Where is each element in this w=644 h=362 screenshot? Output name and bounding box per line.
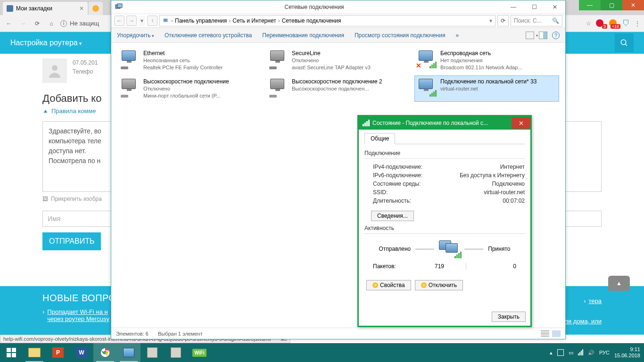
breadcrumb[interactable]: › Панель управления › Сеть и Интернет › … bbox=[159, 15, 495, 26]
site-header-title[interactable]: Настройка роутера bbox=[10, 39, 82, 47]
crumb-dropdown-icon[interactable]: ▾ bbox=[489, 17, 492, 24]
svg-rect-4 bbox=[117, 4, 122, 8]
nav-history-dropdown[interactable]: ▾ bbox=[139, 16, 145, 26]
connection-wireless[interactable]: ✕ Беспроводная сеть Нет подключения Broa… bbox=[415, 48, 559, 73]
site-search-button[interactable] bbox=[615, 33, 634, 52]
view-icons-icon[interactable] bbox=[552, 330, 561, 337]
connection-ethernet[interactable]: Ethernet Неопознанная сеть Realtek PCIe … bbox=[118, 48, 262, 73]
disable-device-button[interactable]: Отключение сетевого устройства bbox=[165, 32, 252, 39]
browser-tab-active[interactable]: Мои закладки ✕ bbox=[3, 2, 88, 15]
crumb-3[interactable]: Сетевые подключения bbox=[282, 17, 341, 24]
browser-back-button[interactable]: ← bbox=[4, 18, 14, 29]
preview-pane-button[interactable] bbox=[539, 32, 547, 39]
taskbar-powerpoint[interactable]: P bbox=[46, 343, 70, 362]
submit-button[interactable]: ОТПРАВИТЬ bbox=[42, 232, 101, 250]
wifi-icon bbox=[417, 78, 437, 98]
packets-label: Пакетов: bbox=[373, 263, 420, 270]
taskbar-app-1[interactable] bbox=[140, 343, 164, 362]
tray-clock[interactable]: 9:11 15.06.2018 bbox=[614, 346, 640, 359]
organize-menu[interactable]: Упорядочить bbox=[117, 32, 154, 39]
taskbar-app-2[interactable] bbox=[164, 343, 188, 362]
tab-close-icon[interactable]: ✕ bbox=[79, 5, 84, 12]
tray-battery-icon[interactable]: ▭ bbox=[569, 350, 573, 356]
packets-received-value: 0 bbox=[469, 263, 516, 270]
nav-up-button[interactable]: ↑ bbox=[147, 16, 157, 26]
lan-disabled-icon bbox=[268, 49, 288, 69]
site-info-icon[interactable]: i bbox=[60, 20, 67, 27]
user-avatar bbox=[42, 58, 67, 83]
status-selection: Выбран 1 элемент bbox=[158, 331, 203, 337]
dialog-title: Состояние - Подключение по локальной с..… bbox=[372, 120, 488, 126]
crumb-2[interactable]: Сеть и Интернет bbox=[232, 17, 276, 24]
taskbar: P W WiFi ▴ ▭ 🔊 РУС 9:11 15.06.2018 bbox=[0, 343, 644, 362]
tray-network-icon[interactable] bbox=[578, 349, 583, 356]
background-window-controls: — ▢ ✕ bbox=[579, 0, 644, 10]
dialog-titlebar[interactable]: Состояние - Подключение по локальной с..… bbox=[359, 116, 530, 130]
taskbar-explorer[interactable] bbox=[23, 343, 46, 362]
helpwifi-icon bbox=[92, 5, 99, 12]
explorer-search-input[interactable]: Поиск: С... 🔍 bbox=[511, 15, 562, 26]
nav-refresh-button[interactable]: ⟳ bbox=[497, 15, 509, 26]
taskbar-wifi-app[interactable]: WiFi bbox=[188, 343, 211, 362]
svg-line-1 bbox=[625, 44, 627, 46]
search-icon: 🔍 bbox=[552, 17, 559, 24]
window-minimize-button[interactable]: — bbox=[503, 2, 524, 12]
tab-title: Мои закладки bbox=[16, 5, 52, 12]
extension-2[interactable]: +16 bbox=[609, 19, 618, 28]
connection-broadband-2[interactable]: Высокоскоростное подключение 2 Высокоско… bbox=[266, 76, 410, 101]
browser-menu-icon[interactable]: ⋮ bbox=[635, 20, 640, 27]
svg-point-0 bbox=[621, 40, 626, 45]
bg-minimize-button[interactable]: — bbox=[579, 0, 601, 10]
window-title: Сетевые подключения bbox=[125, 4, 503, 10]
sent-label: Отправлено bbox=[379, 246, 411, 252]
disconnect-button[interactable]: Отключить bbox=[415, 280, 463, 290]
taskbar-control-panel[interactable] bbox=[117, 343, 140, 362]
crumb-1[interactable]: Панель управления bbox=[175, 17, 227, 24]
connection-secureline[interactable]: SecureLine Отключено avast! SecureLine T… bbox=[266, 48, 410, 73]
details-button[interactable]: Сведения... bbox=[371, 211, 414, 221]
view-options-button[interactable]: ▾ bbox=[526, 32, 534, 39]
bg-close-button[interactable]: ✕ bbox=[622, 0, 644, 10]
taskbar-chrome[interactable] bbox=[93, 343, 117, 362]
properties-button[interactable]: Свойства bbox=[366, 280, 411, 290]
window-titlebar[interactable]: Сетевые подключения — ☐ ✕ bbox=[111, 0, 565, 14]
nav-back-button[interactable]: ← bbox=[114, 16, 124, 26]
taskbar-word[interactable]: W bbox=[70, 343, 93, 362]
browser-forward-button[interactable]: → bbox=[18, 18, 28, 29]
tray-language[interactable]: РУС bbox=[599, 350, 610, 355]
view-details-icon[interactable] bbox=[541, 330, 549, 337]
scroll-to-top-button[interactable]: ▲ bbox=[608, 276, 630, 291]
close-button[interactable]: Закрыть bbox=[492, 312, 526, 322]
connection-broadband-1[interactable]: Высокоскоростное подключение Отключено М… bbox=[118, 76, 262, 101]
dialog-close-button[interactable]: ✕ bbox=[512, 117, 530, 129]
packets-sent-value: 719 bbox=[420, 263, 463, 270]
tab-general[interactable]: Общие bbox=[364, 133, 395, 144]
extension-3-icon[interactable]: ⛉ bbox=[622, 19, 630, 28]
comment-date: 07.05.201 bbox=[73, 58, 98, 67]
help-button[interactable]: ? bbox=[552, 32, 560, 39]
tray-overflow-icon[interactable]: ▴ bbox=[550, 350, 553, 356]
bookmark-star-icon[interactable]: ☆ bbox=[586, 20, 591, 27]
activity-computer-icon bbox=[439, 240, 460, 257]
nav-forward-button[interactable]: → bbox=[126, 16, 137, 26]
extension-1[interactable]: 3 bbox=[596, 19, 604, 28]
view-status-button[interactable]: Просмотр состояния подключения bbox=[355, 32, 445, 39]
window-maximize-button[interactable]: ☐ bbox=[524, 2, 545, 12]
toolbar-overflow[interactable]: » bbox=[455, 32, 459, 39]
group-activity-label: Активность bbox=[364, 225, 525, 231]
browser-address-bar[interactable]: i Не защищ bbox=[60, 20, 99, 27]
bg-maximize-button[interactable]: ▢ bbox=[601, 0, 622, 10]
vk-icon bbox=[7, 5, 13, 12]
window-close-button[interactable]: ✕ bbox=[545, 2, 565, 12]
browser-tab-2[interactable] bbox=[89, 2, 103, 15]
status-item-count: Элементов: 6 bbox=[116, 331, 149, 337]
tray-volume-icon[interactable]: 🔊 bbox=[588, 350, 594, 356]
rename-connection-button[interactable]: Переименование подключения bbox=[262, 32, 344, 39]
start-button[interactable] bbox=[0, 343, 23, 362]
browser-home-button[interactable]: ⌂ bbox=[46, 18, 57, 29]
group-connection-label: Подключение bbox=[364, 150, 525, 156]
tray-action-center-icon[interactable] bbox=[557, 349, 564, 356]
wifi-signal-icon bbox=[363, 120, 370, 126]
connection-local-33[interactable]: Подключение по локальной сети* 33 virtua… bbox=[415, 76, 559, 101]
browser-reload-button[interactable]: ⟳ bbox=[32, 18, 42, 29]
